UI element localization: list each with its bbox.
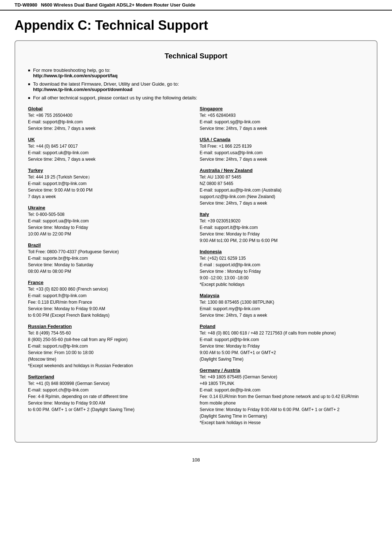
region-block-left: TurkeyTel: 444 19 25 (Turkish Service） E… (28, 168, 192, 200)
region-name: Russian Federation (28, 324, 192, 329)
region-name: Germany / Austria (200, 368, 364, 373)
region-name: Poland (200, 324, 364, 329)
region-block-left: UKTel: +44 (0) 845 147 0017 E-mail: supp… (28, 137, 192, 163)
col-right: SingaporeTel: +65 62840493 E-mail: suppo… (200, 106, 364, 431)
region-name: Ukraine (28, 205, 192, 210)
region-info: Tel: +39 0230519020 E-mail: support.it@t… (200, 218, 364, 244)
region-info: Tel: +41 (0) 848 800998 (German Service)… (28, 380, 192, 413)
region-name: Singapore (200, 106, 364, 111)
bullet-item-3: For all other technical support, please … (28, 95, 364, 100)
region-info: Tel: +44 (0) 845 147 0017 E-mail: suppor… (28, 143, 192, 163)
region-name: Italy (200, 212, 364, 217)
region-name: Turkey (28, 168, 192, 173)
region-block-left: BrazilToll Free: 0800-770-4337 (Portugue… (28, 242, 192, 275)
region-info: Tel: +33 (0) 820 800 860 (French service… (28, 286, 192, 319)
region-block-right: Germany / AustriaTel: +49 1805 875465 (G… (200, 368, 364, 426)
bullet-item-1: For more troubleshooting help, go to: ht… (28, 67, 364, 78)
region-block-left: SwitzerlandTel: +41 (0) 848 800998 (Germ… (28, 374, 192, 413)
header-model: TD-W8980 (15, 2, 37, 8)
page-title: Appendix C: Technical Support (0, 14, 392, 40)
region-info: Tel: +48 (0) 801 080 618 / +48 22 721756… (200, 330, 364, 362)
region-name: Indonesia (200, 249, 364, 254)
region-block-right: SingaporeTel: +65 62840493 E-mail: suppo… (200, 106, 364, 132)
intro-list: For more troubleshooting help, go to: ht… (28, 67, 364, 100)
region-block-right: PolandTel: +48 (0) 801 080 618 / +48 22 … (200, 324, 364, 362)
download-link: http://www.tp-link.com/en/support/downlo… (33, 87, 132, 92)
region-block-left: Russian FederationTel: 8 (499) 754-55-60… (28, 324, 192, 369)
header: TD-W8980 N600 Wireless Dual Band Gigabit… (0, 0, 392, 11)
region-info: Tel: +86 755 26504400 E-mail: support@tp… (28, 112, 192, 132)
region-name: Australia / New Zealand (200, 168, 364, 173)
region-info: Tel: +49 1805 875465 (German Service) +4… (200, 374, 364, 426)
region-info: Tel: 1300 88 875465 (1300 88TPLINK) Emai… (200, 299, 364, 319)
bullet-item-2: To download the latest Firmware, Driver,… (28, 81, 364, 92)
regions-columns: GlobalTel: +86 755 26504400 E-mail: supp… (28, 106, 364, 431)
region-name: UK (28, 137, 192, 142)
region-block-left: UkraineTel: 0-800-505-508 E-mail: suppor… (28, 205, 192, 237)
region-name: Malaysia (200, 293, 364, 298)
faq-link: http://www.tp-link.com/en/support/faq (33, 73, 118, 78)
region-info: Toll Free: 0800-770-4337 (Portuguese Ser… (28, 249, 192, 275)
bullet-text-1: For more troubleshooting help, go to: ht… (33, 67, 118, 78)
col-left: GlobalTel: +86 755 26504400 E-mail: supp… (28, 106, 192, 431)
region-name: France (28, 280, 192, 285)
bullet-text-2: To download the latest Firmware, Driver,… (33, 81, 179, 92)
region-block-right: MalaysiaTel: 1300 88 875465 (1300 88TPLI… (200, 293, 364, 319)
region-info: Tel: AU 1300 87 5465 NZ 0800 87 5465 E-m… (200, 174, 364, 206)
region-block-right: USA / CanadaToll Free: +1 866 225 8139 E… (200, 137, 364, 163)
page-number: 108 (0, 454, 392, 466)
region-name: USA / Canada (200, 137, 364, 142)
region-info: Tel: 0-800-505-508 E-mail: support.ua@tp… (28, 211, 192, 237)
header-title: N600 Wireless Dual Band Gigabit ADSL2+ M… (41, 2, 195, 8)
section-title: Technical Support (28, 52, 364, 60)
region-info: Tel: +65 62840493 E-mail: support.sg@tp-… (200, 112, 364, 132)
bullet-text-3: For all other technical support, please … (33, 95, 197, 100)
region-name: Global (28, 106, 192, 111)
region-block-left: GlobalTel: +86 755 26504400 E-mail: supp… (28, 106, 192, 132)
region-name: Brazil (28, 242, 192, 248)
region-block-left: FranceTel: +33 (0) 820 800 860 (French s… (28, 280, 192, 319)
region-info: Tel: 8 (499) 754-55-60 8 (800) 250-55-60… (28, 330, 192, 369)
region-block-right: Australia / New ZealandTel: AU 1300 87 5… (200, 168, 364, 206)
region-info: Toll Free: +1 866 225 8139 E-mail: suppo… (200, 143, 364, 163)
region-block-right: ItalyTel: +39 0230519020 E-mail: support… (200, 212, 364, 244)
region-block-right: IndonesiaTel: (+62) 021 6259 135 E-mail … (200, 249, 364, 288)
region-name: Switzerland (28, 374, 192, 379)
region-info: Tel: 444 19 25 (Turkish Service） E-mail:… (28, 174, 192, 200)
content-box: Technical Support For more troubleshooti… (15, 40, 377, 443)
region-info: Tel: (+62) 021 6259 135 E-mail : support… (200, 255, 364, 288)
